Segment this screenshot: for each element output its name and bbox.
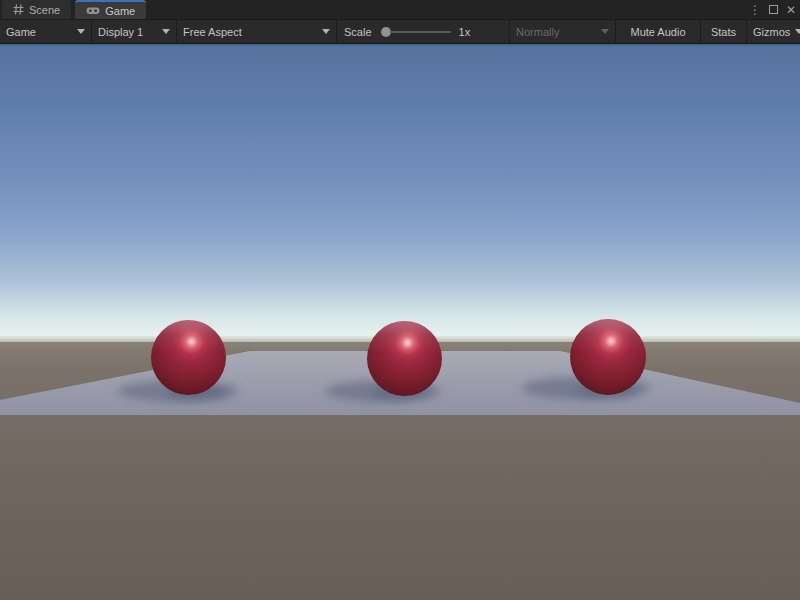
- game-mode-dropdown[interactable]: Game: [0, 20, 92, 43]
- aspect-ratio-dropdown-label: Free Aspect: [183, 26, 242, 38]
- game-view-panel: Scene Game ⋮ ✕ Game Display 1: [0, 0, 800, 600]
- chevron-down-icon: [77, 29, 85, 34]
- tab-bar: Scene Game ⋮ ✕: [0, 0, 800, 19]
- maximize-icon[interactable]: [769, 5, 778, 14]
- gizmos-arrow-button[interactable]: [790, 29, 800, 34]
- scale-control: Scale 1x: [337, 20, 510, 43]
- tab-game[interactable]: Game: [75, 0, 146, 19]
- display-dropdown-label: Display 1: [98, 26, 143, 38]
- chevron-down-icon: [162, 29, 170, 34]
- tab-scene[interactable]: Scene: [2, 0, 71, 19]
- gamepad-icon: [86, 5, 100, 16]
- grid-icon: [13, 4, 24, 15]
- mute-audio-button[interactable]: Mute Audio: [616, 20, 701, 43]
- gizmos-dropdown[interactable]: Gizmos: [747, 20, 799, 43]
- mute-audio-label: Mute Audio: [630, 26, 685, 38]
- game-mode-dropdown-label: Game: [6, 26, 36, 38]
- window-controls: ⋮ ✕: [749, 0, 796, 19]
- tab-game-label: Game: [105, 5, 135, 17]
- chevron-down-icon: [601, 29, 609, 34]
- game-view-toolbar: Game Display 1 Free Aspect Scale 1x Norm…: [0, 19, 800, 44]
- red-sphere-2: [367, 321, 442, 396]
- scale-label: Scale: [344, 26, 372, 38]
- stats-label: Stats: [711, 26, 736, 38]
- playback-dropdown: Normally: [510, 20, 616, 43]
- kebab-menu-icon[interactable]: ⋮: [749, 4, 761, 16]
- stats-button[interactable]: Stats: [701, 20, 747, 43]
- chevron-down-icon: [322, 29, 330, 34]
- scale-slider-track[interactable]: [390, 31, 451, 33]
- red-sphere-3: [570, 319, 646, 395]
- red-sphere-1: [151, 320, 226, 395]
- scale-value: 1x: [459, 26, 471, 38]
- aspect-ratio-dropdown[interactable]: Free Aspect: [177, 20, 337, 43]
- game-render-viewport[interactable]: [0, 46, 800, 600]
- display-dropdown[interactable]: Display 1: [92, 20, 177, 43]
- tab-scene-label: Scene: [29, 4, 60, 16]
- chevron-down-icon: [795, 29, 800, 34]
- close-icon[interactable]: ✕: [786, 4, 796, 16]
- gizmos-label: Gizmos: [753, 26, 790, 38]
- playback-dropdown-label: Normally: [516, 26, 559, 38]
